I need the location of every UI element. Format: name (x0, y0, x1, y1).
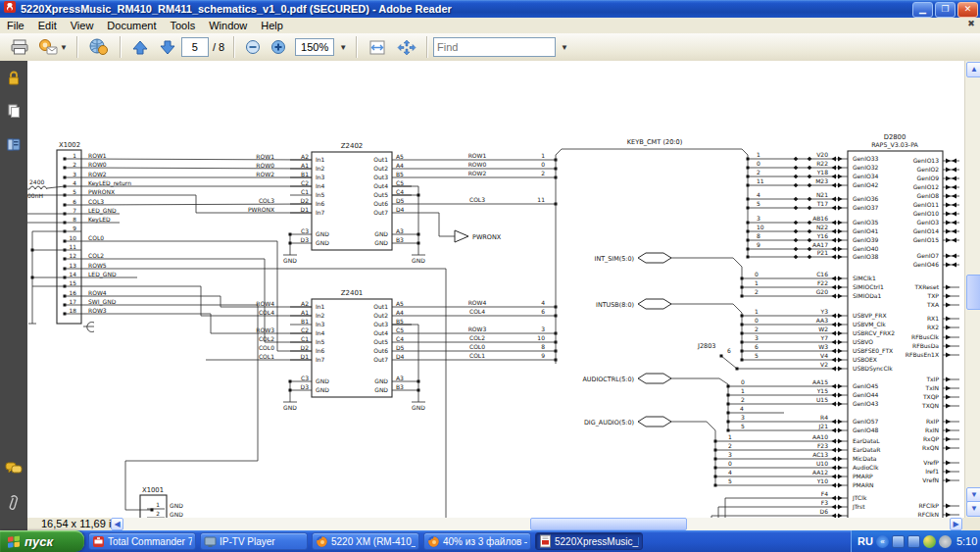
menu-item-help[interactable]: Help (254, 18, 290, 33)
pin-label: TXQP (922, 393, 939, 400)
hide-icons-icon[interactable]: « (876, 535, 889, 548)
pad-label: A5 (396, 300, 404, 307)
schematic-label: Out3 (373, 321, 388, 327)
pin-label: GenIO10 (913, 210, 939, 217)
pad-label: Y10 (816, 477, 828, 484)
collaborate-button[interactable] (83, 34, 115, 60)
sidebar-paperclip-icon[interactable] (3, 491, 24, 513)
document-area[interactable]: X10021ROW12ROW03ROW24KeyLED_return5PWRON… (27, 61, 964, 518)
zoom-in-button[interactable] (266, 34, 291, 60)
scroll-right-icon[interactable]: ▶ (950, 518, 962, 530)
fit-width-button[interactable] (363, 34, 392, 60)
menu-item-edit[interactable]: Edit (31, 18, 64, 33)
schematic-label: In1 (316, 156, 325, 163)
find-input[interactable] (433, 37, 556, 57)
close-button[interactable]: ✕ (957, 2, 978, 18)
schematic-label: PWRONX (88, 188, 115, 195)
sidebar-pages-icon[interactable] (3, 100, 24, 122)
menubar-close-icon[interactable]: ✖ (965, 19, 977, 28)
pad-label: D5 (396, 344, 405, 351)
pin-label: GenIO15 (913, 236, 939, 243)
schematic-label: ROW3 (88, 307, 107, 314)
schematic-label: 11 (537, 196, 545, 203)
schematic-label: Out6 (373, 200, 388, 207)
scroll-up-icon[interactable]: ▲ (966, 62, 980, 77)
schematic-label: 10 (537, 334, 545, 341)
menu-item-view[interactable]: View (64, 18, 101, 33)
scroll-left-icon[interactable]: ◀ (111, 518, 123, 530)
pin-label: GenIO13 (913, 157, 939, 164)
print-button[interactable] (6, 34, 33, 60)
system-tray: RU « 5:10 (851, 530, 980, 552)
start-button[interactable]: пуск (0, 530, 84, 552)
navigation-sidebar (0, 61, 28, 530)
schematic-label: Out2 (373, 165, 388, 172)
restore-button[interactable]: ❐ (935, 2, 956, 18)
schematic-label: 12 (70, 253, 77, 259)
email-button[interactable]: ▼ (33, 34, 72, 60)
scroll-down2-icon[interactable]: ▼ (966, 501, 980, 517)
language-indicator[interactable]: RU (858, 535, 873, 547)
menu-item-file[interactable]: File (0, 18, 31, 33)
zoom-level-box[interactable]: 150% (295, 38, 334, 56)
taskbar-button[interactable]: 40% из 3 файлов — ... (423, 532, 531, 550)
pad-label: D6 (820, 508, 829, 515)
schematic-label: In7 (316, 356, 325, 363)
schematic-label: SWI_GND (88, 298, 117, 306)
taskbar-button[interactable]: 5220 XM (RM-410_41... (312, 532, 419, 550)
sidebar-lock-icon[interactable] (3, 67, 24, 88)
pad-label: P21 (817, 249, 828, 256)
pin-label: SIMClk1 (853, 275, 876, 281)
schematic-label: 18 (70, 308, 77, 314)
pin-label: GenIO46 (913, 261, 939, 268)
schematic-label: Out4 (373, 329, 388, 336)
schematic-label: 14 (70, 272, 77, 277)
sidebar-comments-icon[interactable] (3, 458, 24, 479)
network-icon[interactable] (892, 535, 905, 548)
pin-label: TXReset (913, 283, 939, 290)
pad-label: F23 (817, 442, 828, 449)
taskbar-button[interactable]: Total Commander 7.5... (88, 532, 196, 550)
zoom-out-button[interactable] (240, 34, 266, 60)
email-dropdown-caret: ▼ (60, 43, 68, 52)
minimize-button[interactable]: ▁ (912, 2, 933, 18)
pin-label: GenIO9 (917, 175, 940, 181)
schematic-label: GND (374, 386, 388, 393)
next-page-button[interactable] (154, 34, 181, 60)
pin-label: TxIN (925, 384, 939, 391)
zoom-dropdown-button[interactable]: ▼ (334, 34, 351, 60)
previous-page-button[interactable] (126, 34, 154, 60)
pin-label: GenIO33 (853, 155, 878, 162)
pin-label: RFClkN (918, 511, 939, 518)
horizontal-scroll-thumb[interactable] (530, 518, 687, 530)
pin-label: GenIO44 (853, 391, 878, 398)
menu-item-tools[interactable]: Tools (164, 18, 203, 33)
sidebar-layers-icon[interactable] (3, 133, 24, 155)
tray-misc-icon[interactable] (939, 535, 952, 548)
network2-icon[interactable] (907, 535, 920, 548)
find-dropdown-button[interactable]: ▼ (556, 34, 572, 60)
pin-label: EarDataL (853, 437, 880, 444)
signal-label: PWRONX (472, 233, 502, 241)
schematic-label: 16 (70, 290, 77, 296)
taskbar-button[interactable]: IP-TV Player (200, 532, 308, 550)
antivirus-icon[interactable] (923, 535, 936, 548)
menu-item-window[interactable]: Window (202, 18, 254, 33)
fit-page-button[interactable] (392, 34, 421, 60)
taskbar-button[interactable]: 5220XpressMusic_RM... (535, 532, 643, 550)
page-number-input[interactable] (181, 37, 209, 57)
pin-label: GenIO45 (853, 382, 878, 389)
schematic-label: C3 (301, 227, 309, 234)
horizontal-scrollbar[interactable]: ◀ ▶ (111, 518, 962, 530)
schematic-label: Out5 (373, 191, 388, 198)
schematic-label: 2 (728, 442, 732, 449)
pin-label: GenIO37 (853, 204, 878, 211)
taskbar-button-label: Total Commander 7.5... (108, 536, 192, 547)
document-size-label: 16,54 x 11,69 in (41, 518, 117, 530)
component-ref: X1002 (59, 141, 80, 149)
menu-item-document[interactable]: Document (100, 18, 163, 33)
status-bar: 16,54 x 11,69 in ◀ ▶ (27, 518, 964, 530)
vertical-scrollbar[interactable]: ▲ ▼ ▼ (964, 61, 980, 518)
pin-label: USBVP_FRX (853, 312, 887, 320)
vertical-scroll-thumb[interactable] (966, 275, 980, 310)
